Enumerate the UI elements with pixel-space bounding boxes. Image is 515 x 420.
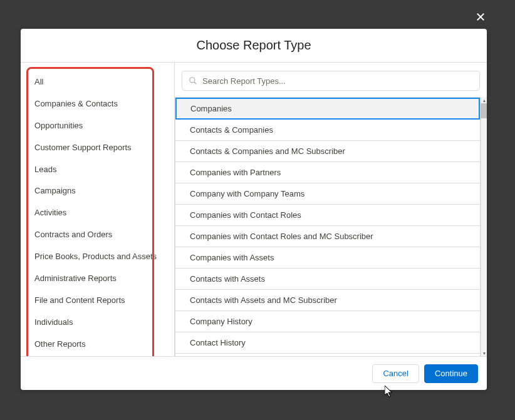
sidebar-item[interactable]: Customer Support Reports — [21, 137, 174, 159]
cancel-button[interactable]: Cancel — [372, 364, 419, 383]
modal-body: AllCompanies & ContactsOpportunitiesCust… — [21, 63, 487, 356]
sidebar-item[interactable]: Price Books, Products and Assets — [21, 246, 174, 268]
svg-point-2 — [190, 78, 195, 83]
sidebar-item[interactable]: Administrative Reports — [21, 268, 174, 290]
scroll-thumb[interactable] — [481, 103, 487, 118]
search-input[interactable] — [202, 76, 473, 86]
svg-line-3 — [194, 82, 197, 85]
report-type-item[interactable]: Companies with Contact Roles — [175, 205, 480, 226]
main-panel: CompaniesContacts & CompaniesContacts & … — [175, 63, 487, 356]
report-type-item[interactable]: Company with Company Teams — [175, 183, 480, 205]
scroll-up-arrow[interactable]: ▴ — [481, 97, 487, 103]
report-type-item[interactable]: Companies with Partners — [175, 162, 480, 183]
sidebar-item[interactable]: All — [21, 71, 174, 93]
report-type-item[interactable]: Contacts with Assets — [175, 269, 480, 290]
report-type-item[interactable]: Companies with Assets — [175, 247, 480, 269]
category-sidebar: AllCompanies & ContactsOpportunitiesCust… — [21, 63, 175, 356]
sidebar-item[interactable]: Activities — [21, 202, 174, 224]
close-icon[interactable] — [475, 11, 487, 24]
report-type-item[interactable]: Contacts & Companies and MC Subscriber — [175, 141, 480, 162]
scrollbar[interactable]: ▴ ▾ — [481, 97, 487, 356]
scroll-down-arrow[interactable]: ▾ — [481, 350, 487, 356]
report-type-list: CompaniesContacts & CompaniesContacts & … — [175, 97, 481, 356]
report-type-item[interactable]: Companies with Contact Roles and MC Subs… — [175, 226, 480, 247]
modal-footer: Cancel Continue — [21, 356, 487, 390]
report-type-modal: Choose Report Type AllCompanies & Contac… — [21, 29, 487, 390]
report-type-item[interactable]: Contacts & Companies — [175, 120, 480, 141]
continue-button[interactable]: Continue — [424, 364, 478, 383]
report-list-container: CompaniesContacts & CompaniesContacts & … — [175, 97, 487, 356]
modal-title: Choose Report Type — [196, 38, 311, 53]
search-icon — [189, 76, 197, 85]
report-type-item[interactable]: Companies — [175, 98, 480, 120]
report-type-item[interactable]: Contact History — [175, 332, 480, 354]
sidebar-item[interactable]: Opportunities — [21, 115, 174, 137]
sidebar-item[interactable]: Other Reports — [21, 334, 174, 356]
report-type-item[interactable]: Company History — [175, 311, 480, 332]
sidebar-item[interactable]: Individuals — [21, 312, 174, 334]
search-container — [175, 63, 487, 97]
sidebar-item[interactable]: File and Content Reports — [21, 290, 174, 312]
search-box[interactable] — [182, 71, 480, 91]
sidebar-item[interactable]: Companies & Contacts — [21, 93, 174, 115]
sidebar-item[interactable]: Contracts and Orders — [21, 224, 174, 246]
sidebar-item[interactable]: Leads — [21, 159, 174, 181]
sidebar-item[interactable]: Campaigns — [21, 180, 174, 202]
report-type-item[interactable]: Contacts with Assets and MC Subscriber — [175, 290, 480, 311]
modal-header: Choose Report Type — [21, 29, 487, 63]
